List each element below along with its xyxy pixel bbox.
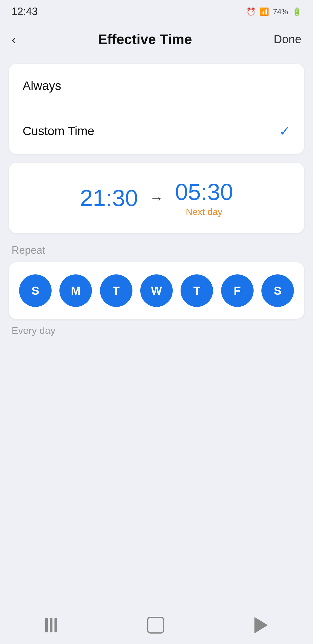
- arrow-icon: →: [150, 190, 163, 206]
- repeat-card: S M T W T F S: [9, 262, 304, 319]
- day-friday[interactable]: F: [221, 274, 254, 307]
- page-title: Effective Time: [98, 31, 192, 47]
- alarm-icon: ⏰: [246, 7, 256, 16]
- day-thursday[interactable]: T: [181, 274, 213, 307]
- status-bar: 12:43 ⏰ 📶 74% 🔋: [0, 0, 313, 23]
- repeat-section-label: Repeat: [9, 244, 304, 256]
- checkmark-icon: ✓: [279, 123, 290, 139]
- custom-time-label: Custom Time: [23, 124, 94, 138]
- day-friday-label: F: [234, 284, 241, 297]
- end-time[interactable]: 05:30: [175, 179, 233, 205]
- end-time-wrap: 05:30 Next day: [175, 179, 233, 217]
- day-wednesday[interactable]: W: [140, 274, 173, 307]
- signal-icon: 📶: [260, 7, 269, 16]
- day-sunday[interactable]: S: [19, 274, 52, 307]
- content: Always Custom Time ✓ 21:30 → 05:30 Next …: [0, 55, 313, 336]
- start-time[interactable]: 21:30: [80, 185, 138, 211]
- day-sunday-label: S: [32, 284, 39, 297]
- done-button[interactable]: Done: [274, 33, 301, 46]
- option-card: Always Custom Time ✓: [9, 64, 304, 154]
- nav-bar: [0, 606, 313, 644]
- back-nav-button[interactable]: [254, 617, 268, 633]
- every-day-summary: Every day: [9, 325, 304, 336]
- always-option[interactable]: Always: [9, 64, 304, 108]
- day-monday-label: M: [71, 284, 81, 297]
- status-icons: ⏰ 📶 74% 🔋: [246, 7, 301, 16]
- home-button[interactable]: [147, 617, 164, 634]
- battery-icon: 🔋: [292, 7, 301, 16]
- day-tuesday[interactable]: T: [100, 274, 132, 307]
- day-saturday[interactable]: S: [261, 274, 294, 307]
- status-time: 12:43: [12, 6, 38, 18]
- recents-icon: [45, 618, 57, 632]
- back-button[interactable]: ‹: [12, 31, 16, 47]
- time-range-card: 21:30 → 05:30 Next day: [9, 163, 304, 233]
- header: ‹ Effective Time Done: [0, 23, 313, 55]
- day-tuesday-label: T: [112, 284, 119, 297]
- day-wednesday-label: W: [151, 284, 162, 297]
- always-label: Always: [23, 79, 61, 93]
- day-monday[interactable]: M: [59, 274, 92, 307]
- day-thursday-label: T: [193, 284, 200, 297]
- custom-time-option[interactable]: Custom Time ✓: [9, 108, 304, 154]
- back-nav-icon: [254, 617, 268, 633]
- next-day-label: Next day: [186, 207, 222, 217]
- recents-button[interactable]: [45, 618, 57, 632]
- days-row: S M T W T F S: [19, 274, 294, 307]
- day-saturday-label: S: [274, 284, 282, 297]
- home-icon: [147, 617, 164, 634]
- battery-level: 74%: [273, 7, 288, 16]
